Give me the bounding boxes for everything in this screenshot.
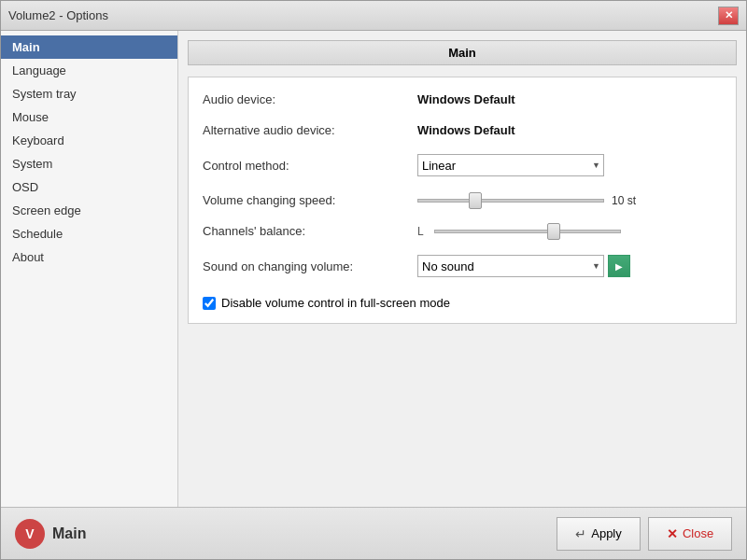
- window-title: Volume2 - Options: [8, 8, 108, 22]
- sidebar-item-language[interactable]: Language: [1, 59, 177, 82]
- apply-icon: ↵: [575, 526, 586, 541]
- settings-grid: Audio device: Windows Default Alternativ…: [188, 77, 737, 324]
- sound-changing-label: Sound on changing volume:: [203, 251, 417, 281]
- sidebar-item-keyboard[interactable]: Keyboard: [1, 129, 177, 152]
- main-window: Volume2 - Options ✕ Main Language System…: [0, 0, 747, 560]
- sidebar-item-system[interactable]: System: [1, 152, 177, 175]
- volume-speed-label: Volume changing speed:: [203, 189, 417, 211]
- app-icon: V: [15, 519, 45, 549]
- close-button[interactable]: ✕ Close: [648, 517, 732, 551]
- disable-fullscreen-label: Disable volume control in full-screen mo…: [221, 296, 450, 310]
- audio-device-label: Audio device:: [203, 89, 417, 110]
- apply-button[interactable]: ↵ Apply: [557, 517, 641, 551]
- sidebar: Main Language System tray Mouse Keyboard…: [1, 31, 178, 507]
- sidebar-item-screen-edge[interactable]: Screen edge: [1, 199, 177, 222]
- title-bar-buttons: ✕: [718, 7, 739, 25]
- control-method-control: Linear Logarithmic: [417, 150, 722, 180]
- apply-label: Apply: [591, 526, 622, 540]
- control-method-label: Control method:: [203, 150, 417, 180]
- panel-header: Main: [188, 40, 737, 65]
- channels-balance-control: L: [417, 220, 722, 242]
- bottom-left: V Main: [15, 519, 86, 549]
- sound-select[interactable]: No sound Beep: [417, 255, 604, 277]
- alt-audio-device-value: Windows Default: [417, 123, 515, 137]
- bottom-bar: V Main ↵ Apply ✕ Close: [1, 507, 746, 559]
- sidebar-item-system-tray[interactable]: System tray: [1, 82, 177, 105]
- control-method-select[interactable]: Linear Logarithmic: [417, 154, 604, 176]
- bottom-buttons: ↵ Apply ✕ Close: [557, 517, 732, 551]
- channels-balance-slider[interactable]: [434, 230, 621, 233]
- alt-audio-device-label: Alternative audio device:: [203, 119, 417, 141]
- volume-speed-value: 10 st: [612, 194, 640, 207]
- sound-dropdown-wrapper: No sound Beep: [417, 255, 604, 277]
- disable-fullscreen-checkbox[interactable]: [203, 297, 216, 310]
- channels-balance-left-label: L: [417, 225, 427, 238]
- alt-audio-device-control: Windows Default: [417, 119, 722, 141]
- disable-fullscreen-row: Disable volume control in full-screen mo…: [203, 290, 722, 312]
- audio-device-value: Windows Default: [417, 92, 515, 106]
- content-area: Main Language System tray Mouse Keyboard…: [1, 31, 746, 507]
- volume-speed-control: 10 st: [417, 189, 722, 211]
- sidebar-item-main[interactable]: Main: [1, 35, 177, 59]
- audio-device-control: Windows Default: [417, 89, 722, 110]
- channels-balance-label: Channels' balance:: [203, 220, 417, 242]
- play-sound-button[interactable]: ▶: [608, 255, 630, 277]
- sidebar-item-about[interactable]: About: [1, 245, 177, 269]
- volume-speed-slider-container: 10 st: [417, 194, 722, 207]
- window-close-button[interactable]: ✕: [718, 7, 739, 25]
- volume-speed-slider[interactable]: [417, 199, 604, 203]
- sidebar-item-schedule[interactable]: Schedule: [1, 222, 177, 245]
- close-x-icon: ✕: [667, 526, 678, 541]
- sidebar-item-mouse[interactable]: Mouse: [1, 105, 177, 129]
- main-panel: Main Audio device: Windows Default Alter…: [178, 31, 746, 507]
- sound-control-group: No sound Beep ▶: [417, 255, 630, 277]
- channels-balance-slider-container: L: [417, 225, 722, 238]
- control-method-dropdown-wrapper: Linear Logarithmic: [417, 154, 604, 176]
- title-bar: Volume2 - Options ✕: [1, 1, 746, 31]
- sidebar-item-osd[interactable]: OSD: [1, 175, 177, 199]
- bottom-section-title: Main: [52, 525, 86, 542]
- close-label: Close: [683, 526, 713, 540]
- sound-changing-control: No sound Beep ▶: [417, 251, 722, 281]
